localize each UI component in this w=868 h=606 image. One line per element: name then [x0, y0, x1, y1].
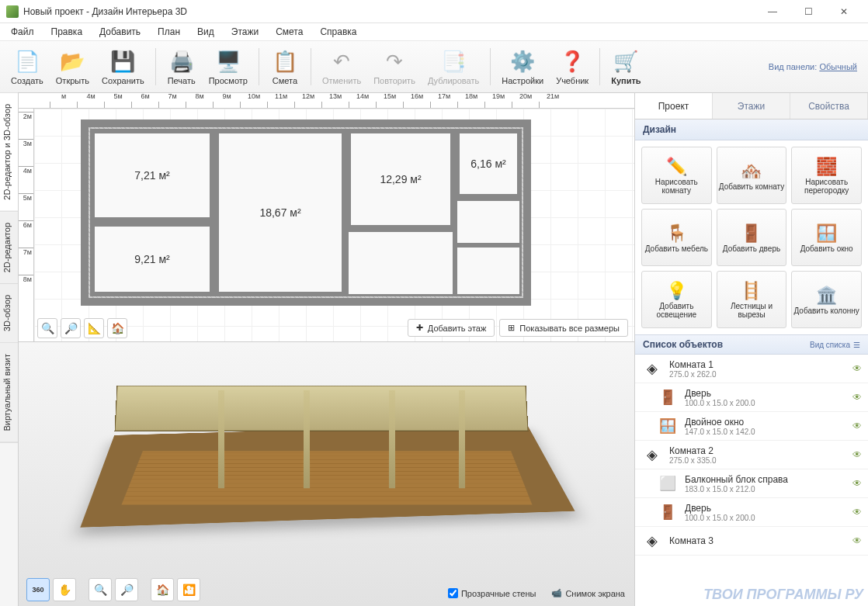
menu-help[interactable]: Справка	[312, 25, 364, 39]
visibility-toggle[interactable]: 👁	[852, 478, 862, 489]
view-3d-canvas[interactable]: 360 ✋ 🔍 🔎 🏠 🎦 Прозрачные стены 📹 Снимок …	[19, 341, 634, 606]
estimate-button[interactable]: 📋Смета	[264, 43, 306, 90]
menu-estimate[interactable]: Смета	[268, 25, 311, 39]
object-list-header: Список объектов	[643, 339, 723, 350]
object-dimensions: 147.0 x 15.0 x 142.0	[685, 428, 852, 436]
tab-floors[interactable]: Этажи	[713, 93, 790, 119]
object-dimensions: 100.0 x 15.0 x 200.0	[685, 514, 852, 522]
list-item[interactable]: 🪟 Двойное окно 147.0 x 15.0 x 142.0 👁	[635, 412, 868, 441]
room-1[interactable]: 7,21 м²	[90, 129, 214, 222]
show-dimensions-button[interactable]: ⊞Показывать все размеры	[499, 319, 628, 337]
gear-icon: ⚙️	[509, 48, 536, 74]
save-icon: 💾	[109, 48, 136, 74]
add-light-button[interactable]: 💡Добавить освещение	[641, 271, 712, 328]
door-icon: 🚪	[741, 223, 762, 244]
tab-virtual-visit[interactable]: Виртуальный визит	[0, 343, 18, 443]
list-item[interactable]: ◈ Комната 2 275.0 x 335.0 👁	[635, 441, 868, 469]
room-6[interactable]	[455, 199, 522, 245]
visibility-toggle[interactable]: 👁	[852, 421, 862, 431]
close-button[interactable]: ✕	[826, 0, 862, 23]
add-room-button[interactable]: 🏘️Добавить комнату	[717, 147, 787, 204]
list-item[interactable]: ⬜ Балконный блок справа 183.0 x 15.0 x 2…	[635, 469, 868, 498]
print-button[interactable]: 🖨️Печать	[161, 43, 203, 90]
menu-view[interactable]: Вид	[189, 25, 222, 39]
home-3d-button[interactable]: 🏠	[151, 578, 174, 601]
menu-file[interactable]: Файл	[3, 25, 42, 39]
menu-floors[interactable]: Этажи	[224, 25, 266, 39]
copy-icon: 📑	[440, 48, 467, 74]
tab-3d-view[interactable]: 3D-обзор	[0, 284, 18, 343]
visibility-toggle[interactable]: 👁	[852, 363, 862, 374]
add-door-button[interactable]: 🚪Добавить дверь	[717, 209, 787, 266]
screenshot-button[interactable]: 📹 Снимок экрана	[551, 588, 625, 598]
printer-icon: 🖨️	[168, 48, 195, 74]
menu-plan[interactable]: План	[150, 25, 188, 39]
home-button[interactable]: 🏠	[107, 318, 127, 338]
wall-icon: 🧱	[816, 156, 837, 178]
camera-icon: 📹	[551, 588, 562, 598]
tab-2d-3d-combined[interactable]: 2D-редактор и 3D-обзор	[0, 93, 18, 212]
room-add-icon: 🏘️	[741, 161, 762, 182]
create-button[interactable]: 📄Создать	[5, 43, 50, 90]
draw-partition-button[interactable]: 🧱Нарисовать перегородку	[791, 147, 862, 204]
room-7[interactable]	[455, 245, 522, 296]
preview-button[interactable]: 🖥️Просмотр	[203, 43, 254, 90]
orbit-360-button[interactable]: 360	[26, 578, 50, 601]
open-button[interactable]: 📂Открыть	[50, 43, 95, 90]
object-dimensions: 275.0 x 262.0	[669, 370, 852, 379]
camera-3d-button[interactable]: 🎦	[177, 578, 200, 601]
zoom-in-button[interactable]: 🔎	[61, 318, 81, 338]
menu-bar: Файл Правка Добавить План Вид Этажи Смет…	[0, 23, 868, 40]
room-8[interactable]	[346, 230, 455, 296]
redo-icon: ↷	[381, 48, 408, 74]
room-4[interactable]: 12,29 м²	[346, 129, 455, 230]
undo-button[interactable]: ↶Отменить	[316, 43, 367, 90]
ruler-icon: ⊞	[508, 323, 515, 333]
maximize-button[interactable]: ☐	[790, 0, 826, 23]
tutorial-button[interactable]: ❓Учебник	[550, 43, 595, 90]
tab-2d-editor[interactable]: 2D-редактор	[0, 212, 18, 284]
settings-button[interactable]: ⚙️Настройки	[495, 43, 550, 90]
plan-canvas-2d[interactable]: 7,21 м² 9,21 м² 18,67 м² 12,29 м² 6,16 м…	[34, 109, 634, 341]
add-floor-button[interactable]: ✚Добавить этаж	[408, 319, 495, 337]
redo-button[interactable]: ↷Повторить	[367, 43, 422, 90]
room-5[interactable]: 6,16 м²	[455, 129, 522, 199]
add-window-button[interactable]: 🪟Добавить окно	[791, 209, 862, 266]
stairs-cutouts-button[interactable]: 🪜Лестницы и вырезы	[717, 271, 787, 328]
tab-project[interactable]: Проект	[635, 93, 713, 119]
duplicate-button[interactable]: 📑Дублировать	[422, 43, 485, 90]
zoom-out-button[interactable]: 🔍	[37, 318, 57, 338]
menu-edit[interactable]: Правка	[43, 25, 91, 39]
room-3[interactable]: 18,67 м²	[214, 129, 346, 296]
zoom-out-3d-button[interactable]: 🔍	[89, 578, 112, 601]
vertical-ruler: 2м3м4м5м6м7м8м	[19, 109, 34, 341]
notepad-icon: 📋	[272, 48, 298, 74]
list-item[interactable]: ◈ Комната 1 275.0 x 262.0 👁	[635, 355, 868, 383]
tab-properties[interactable]: Свойства	[790, 93, 868, 119]
list-item[interactable]: 🚪 Дверь 100.0 x 15.0 x 200.0 👁	[635, 383, 868, 412]
save-button[interactable]: 💾Сохранить	[95, 43, 151, 90]
draw-room-button[interactable]: ✏️Нарисовать комнату	[641, 147, 712, 204]
minimize-button[interactable]: —	[755, 0, 790, 23]
add-column-button[interactable]: 🏛️Добавить колонну	[791, 271, 862, 328]
add-furniture-button[interactable]: 🪑Добавить мебель	[641, 209, 712, 266]
object-name: Двойное окно	[685, 417, 852, 428]
visibility-toggle[interactable]: 👁	[852, 392, 862, 403]
transparent-walls-checkbox[interactable]: Прозрачные стены	[448, 588, 536, 598]
room-2[interactable]: 9,21 м²	[90, 222, 214, 296]
buy-button[interactable]: 🛒Купить	[605, 43, 647, 90]
floor-plan[interactable]: 7,21 м² 9,21 м² 18,67 м² 12,29 м² 6,16 м…	[81, 119, 531, 306]
room-icon: ◈	[641, 358, 663, 379]
list-item[interactable]: 🚪 Дверь 100.0 x 15.0 x 200.0 👁	[635, 498, 868, 527]
zoom-in-3d-button[interactable]: 🔎	[115, 578, 138, 601]
new-doc-icon: 📄	[14, 48, 40, 74]
pan-button[interactable]: ✋	[53, 578, 76, 601]
visibility-toggle[interactable]: 👁	[852, 449, 862, 460]
list-item[interactable]: ◈ Комната 3 👁	[635, 527, 868, 556]
measure-tool[interactable]: 📐	[84, 318, 104, 338]
panel-mode-link[interactable]: Обычный	[819, 62, 857, 71]
visibility-toggle[interactable]: 👁	[852, 535, 862, 546]
list-view-mode[interactable]: Вид списка ☰	[810, 341, 860, 349]
menu-add[interactable]: Добавить	[92, 25, 148, 39]
visibility-toggle[interactable]: 👁	[852, 507, 862, 518]
